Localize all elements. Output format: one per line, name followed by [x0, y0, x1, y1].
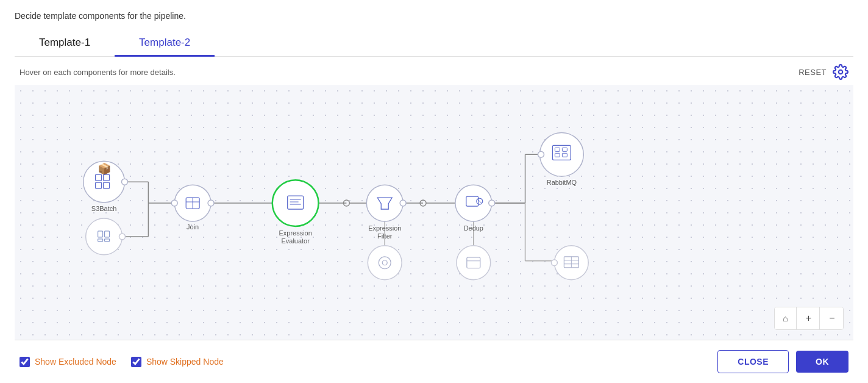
show-skipped-text: Show Skipped Node [146, 357, 224, 367]
footer: Show Excluded Node Show Skipped Node CLO… [15, 340, 853, 383]
footer-right: CLOSE OK [717, 350, 848, 373]
gear-icon[interactable] [833, 64, 848, 80]
svg-point-43 [272, 180, 319, 226]
canvas-section: Hover on each components for more detail… [15, 57, 853, 340]
svg-point-30 [86, 218, 123, 255]
svg-text:Expression: Expression [368, 224, 401, 232]
zoom-out-button[interactable]: − [821, 307, 843, 329]
show-excluded-text: Show Excluded Node [35, 357, 116, 367]
zoom-home-button[interactable]: ⌂ [775, 307, 797, 329]
svg-point-50 [366, 185, 403, 221]
svg-text:Dedup: Dedup [464, 224, 483, 232]
canvas-hint: Hover on each components for more detail… [20, 68, 176, 77]
tab-template1[interactable]: Template-1 [15, 30, 115, 57]
show-skipped-checkbox[interactable] [131, 357, 141, 367]
canvas-area: 📦 S3Batch [15, 85, 853, 340]
svg-point-60 [489, 200, 495, 206]
svg-text:📦: 📦 [98, 162, 112, 176]
tabs-container: Template-1 Template-2 [15, 30, 853, 57]
page-container: Decide template components for the pipel… [0, 0, 868, 383]
svg-point-55 [455, 185, 492, 221]
zoom-in-button[interactable]: + [798, 307, 820, 329]
svg-text:S3Batch: S3Batch [91, 205, 116, 212]
ok-button[interactable]: OK [796, 351, 848, 373]
svg-point-61 [539, 132, 583, 176]
svg-point-42 [208, 200, 214, 206]
svg-point-35 [119, 234, 126, 240]
svg-text:RabbitMQ: RabbitMQ [547, 179, 577, 186]
svg-point-72 [457, 246, 491, 280]
svg-text:Evaluator: Evaluator [282, 237, 310, 245]
zoom-controls: ⌂ + − [774, 307, 844, 330]
canvas-header: Hover on each components for more detail… [15, 57, 853, 85]
svg-point-54 [400, 200, 406, 206]
svg-point-0 [839, 70, 843, 74]
svg-point-29 [121, 179, 127, 185]
canvas-controls: RESET [799, 64, 848, 80]
svg-text:Expression: Expression [279, 229, 312, 237]
show-excluded-checkbox[interactable] [20, 357, 30, 367]
reset-button[interactable]: RESET [799, 68, 827, 77]
pipeline-svg: 📦 S3Batch [15, 85, 853, 340]
close-button[interactable]: CLOSE [717, 350, 789, 373]
tab-template2[interactable]: Template-2 [115, 30, 215, 57]
svg-text:Filter: Filter [377, 232, 393, 240]
show-excluded-label[interactable]: Show Excluded Node [20, 357, 116, 367]
footer-left: Show Excluded Node Show Skipped Node [20, 357, 224, 367]
page-description: Decide template components for the pipel… [15, 11, 853, 21]
svg-point-69 [368, 246, 402, 280]
show-skipped-label[interactable]: Show Skipped Node [131, 357, 224, 367]
svg-text:Join: Join [187, 223, 199, 231]
svg-point-80 [551, 260, 557, 266]
svg-point-68 [538, 151, 544, 157]
svg-point-41 [171, 200, 177, 206]
